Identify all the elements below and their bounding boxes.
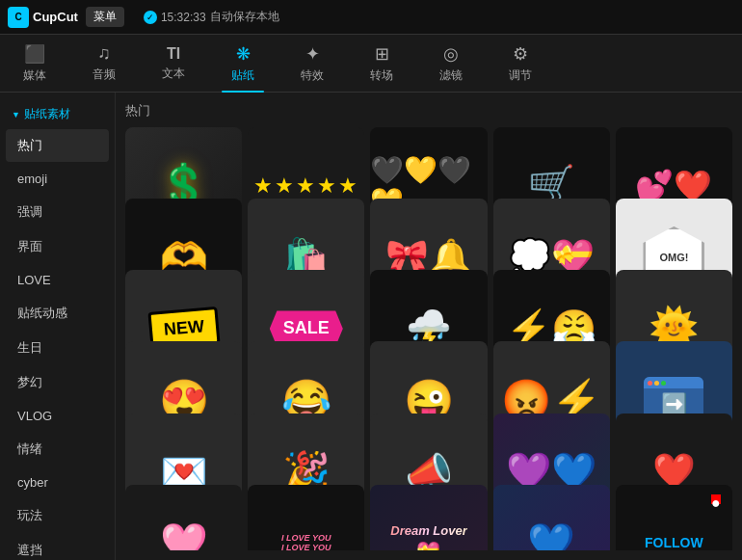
media-icon: ⬛ (24, 43, 45, 65)
app-logo: C CupCut (8, 7, 78, 28)
status-dot (144, 11, 157, 24)
tab-sticker[interactable]: ❋ 贴纸 (208, 35, 278, 93)
window-titlebar (644, 377, 703, 388)
sidebar: 贴纸素材 热门 emoji 强调 界面 LOVE 贴纸动感 生日 梦幻 VLOG… (0, 93, 116, 560)
dream-lover-emoji: 💝 (416, 540, 440, 550)
effects-icon: ✦ (305, 43, 320, 65)
audio-icon: ♫ (97, 43, 111, 64)
topbar: C CupCut 菜单 15:32:33 自动保存本地 (0, 0, 742, 35)
sidebar-section-title: 贴纸素材 (0, 100, 115, 128)
tab-audio[interactable]: ♫ 音频 (69, 35, 139, 93)
sidebar-item-cover[interactable]: 遮挡 (6, 534, 109, 560)
dream-lover-text: Dream Lover (390, 523, 466, 538)
tab-filter[interactable]: ◎ 滤镜 (416, 35, 486, 93)
love-text-container: I LOVE YOUI LOVE YOU (281, 533, 331, 550)
follow-notification-dot: ● (711, 494, 721, 504)
main-content: 贴纸素材 热门 emoji 强调 界面 LOVE 贴纸动感 生日 梦幻 VLOG… (0, 93, 742, 560)
tab-audio-label: 音频 (93, 67, 116, 83)
section-title: 热门 (125, 102, 732, 120)
tab-text-label: 文本 (162, 66, 185, 82)
tab-transition-label: 转场 (370, 67, 393, 84)
status-time: 15:32:33 (161, 11, 206, 24)
text-icon: TI (167, 45, 180, 63)
sticker-pink-heart-3d[interactable]: 🩷 ⬇ (125, 485, 242, 550)
sidebar-item-ui[interactable]: 界面 (6, 230, 109, 263)
pink-heart-3d-emoji: 🩷 (160, 520, 208, 550)
tab-sticker-label: 贴纸 (231, 67, 254, 84)
sticker-follow[interactable]: ● FOLLOW ⬇ (616, 485, 732, 550)
sidebar-item-cyber[interactable]: cyber (6, 467, 109, 497)
sidebar-item-emotion[interactable]: 情绪 (6, 433, 109, 466)
logo-icon: C (8, 7, 29, 28)
window-max-dot (661, 381, 666, 386)
logo-text: CupCut (33, 10, 78, 24)
sidebar-item-love[interactable]: LOVE (6, 265, 109, 295)
sticker-icon: ❋ (236, 43, 251, 65)
sidebar-item-emoji[interactable]: emoji (6, 164, 109, 194)
sticker-blue-heart-3d[interactable]: 💙 ⬇ (493, 485, 610, 550)
adjust-icon: ⚙ (513, 43, 528, 65)
sticker-content: 热门 💲 ⬇ ★★★★★ ⬇ 🖤💛🖤💛 ⬇ 🛒 ⬇ 💕❤️ ⬇ (116, 93, 742, 560)
love-you-text: I LOVE YOUI LOVE YOU (281, 533, 331, 550)
status-bar: 15:32:33 自动保存本地 (144, 9, 279, 25)
window-min-dot (654, 381, 659, 386)
sidebar-item-fantasy[interactable]: 梦幻 (6, 366, 109, 399)
transition-icon: ⊞ (375, 43, 389, 65)
sidebar-item-birthday[interactable]: 生日 (6, 332, 109, 364)
filter-icon: ◎ (443, 43, 459, 65)
tab-text[interactable]: TI 文本 (139, 35, 208, 93)
follow-text: FOLLOW (645, 535, 703, 550)
status-text: 自动保存本地 (210, 9, 279, 25)
stars-content: ★★★★★ (253, 173, 359, 199)
tab-effects-label: 特效 (301, 67, 324, 84)
dream-lover-container: Dream Lover 💝 (390, 523, 466, 550)
menu-button[interactable]: 菜单 (86, 7, 124, 27)
sidebar-item-dynamic[interactable]: 贴纸动感 (6, 297, 109, 330)
tab-adjust[interactable]: ⚙ 调节 (486, 35, 555, 93)
sticker-love-you-text[interactable]: I LOVE YOUI LOVE YOU ⬇ (248, 485, 364, 550)
omg-text: OMG! (659, 252, 688, 263)
sidebar-item-emphasis[interactable]: 强调 (6, 196, 109, 228)
sidebar-item-hot[interactable]: 热门 (6, 129, 109, 162)
tab-media-label: 媒体 (23, 67, 46, 84)
tab-media[interactable]: ⬛ 媒体 (0, 35, 69, 93)
sidebar-item-vlog[interactable]: VLOG (6, 401, 109, 431)
sticker-dream-lover[interactable]: Dream Lover 💝 ⬇ (370, 485, 487, 550)
tab-adjust-label: 调节 (509, 67, 532, 84)
sidebar-item-play[interactable]: 玩法 (6, 499, 109, 532)
window-close-dot (648, 381, 652, 386)
nav-tabs: ⬛ 媒体 ♫ 音频 TI 文本 ❋ 贴纸 ✦ 特效 ⊞ 转场 ◎ 滤镜 ⚙ 调节 (0, 35, 742, 93)
sticker-grid: 💲 ⬇ ★★★★★ ⬇ 🖤💛🖤💛 ⬇ 🛒 ⬇ 💕❤️ ⬇ 🫶 ⬇ (125, 127, 732, 550)
tab-effects[interactable]: ✦ 特效 (278, 35, 347, 93)
tab-filter-label: 滤镜 (439, 67, 463, 84)
blue-heart-3d-emoji: 💙 (527, 520, 575, 550)
tab-transition[interactable]: ⊞ 转场 (347, 35, 416, 93)
